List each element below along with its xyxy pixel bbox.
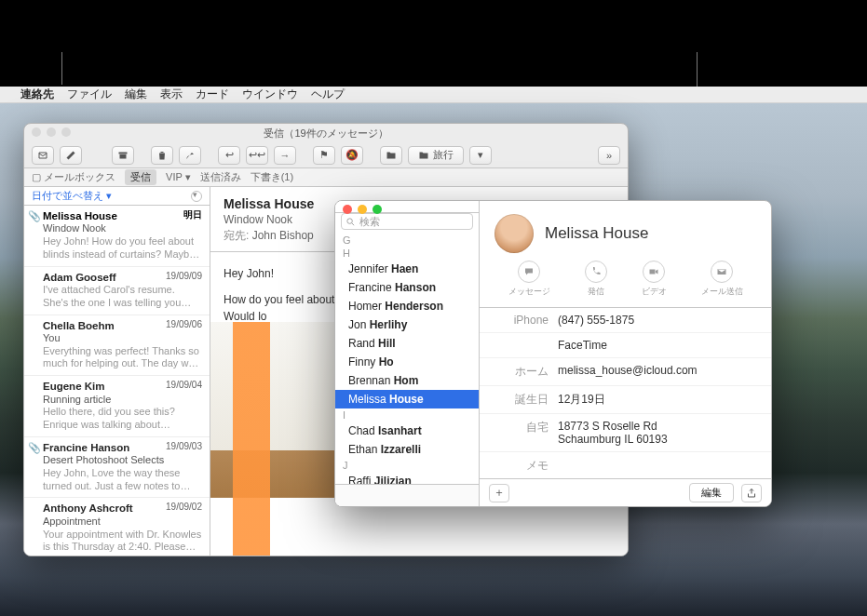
contact-field-row: 誕生日12月19日	[480, 386, 771, 414]
mail-zoom[interactable]	[61, 127, 71, 137]
menu-edit[interactable]: 編集	[125, 87, 147, 102]
message-item[interactable]: 📎Francine Hanson19/09/03Desert Photoshoo…	[24, 437, 210, 499]
call-action[interactable]: 発信	[585, 261, 607, 298]
get-mail-button[interactable]	[32, 146, 54, 165]
mail-traffic-lights[interactable]	[32, 127, 71, 137]
contact-list-item[interactable]: Rand Hill	[335, 334, 479, 353]
svg-point-0	[347, 218, 353, 223]
junk-button[interactable]	[179, 146, 201, 165]
contact-list-item[interactable]: Melissa House	[335, 390, 479, 408]
menu-card[interactable]: カード	[196, 87, 229, 102]
video-action[interactable]: ビデオ	[642, 261, 667, 298]
mail-action[interactable]: メール送信	[701, 261, 743, 298]
contact-list-item[interactable]: Ethan Izzarelli	[335, 440, 479, 459]
edit-button[interactable]: 編集	[689, 483, 734, 502]
contact-field-value[interactable]: (847) 555-1875	[558, 314, 758, 327]
contact-card-footer: ＋ 編集	[480, 478, 771, 506]
mail-close[interactable]	[32, 127, 41, 137]
contacts-close[interactable]	[343, 205, 352, 214]
vip-favorite[interactable]: VIP ▾	[166, 171, 191, 183]
message-item[interactable]: Anthony Ashcroft19/09/02AppointmentYour …	[24, 498, 210, 556]
message-item[interactable]: Adam Gooseff19/09/09I've attached Carol'…	[24, 267, 210, 315]
archive-button[interactable]	[112, 146, 134, 165]
contact-field-value[interactable]: 18773 S Roselle Rd Schaumburg IL 60193	[558, 420, 758, 446]
menu-view[interactable]: 表示	[160, 87, 183, 102]
mute-button[interactable]: 🔕	[341, 146, 363, 165]
contacts-traffic-lights[interactable]	[343, 205, 382, 214]
sort-label: 日付で並べ替え	[32, 190, 103, 201]
contact-field-label: 誕生日	[493, 392, 549, 408]
forward-button[interactable]: →	[274, 146, 296, 165]
message-action[interactable]: メッセージ	[508, 261, 550, 298]
move-to-travel-button[interactable]: 旅行	[408, 146, 464, 165]
contacts-search[interactable]: 検索	[341, 213, 473, 230]
move-button[interactable]	[380, 146, 402, 165]
inbox-favorite[interactable]: 受信	[125, 169, 156, 185]
contact-list-item[interactable]: Raffi Jilizian	[335, 472, 479, 484]
contact-list-item[interactable]: Francine Hanson	[335, 278, 479, 297]
filter-icon[interactable]	[191, 191, 202, 202]
reply-all-button[interactable]: ↩↩	[246, 146, 268, 165]
contact-field-row: メモ	[480, 452, 771, 478]
add-field-button[interactable]: ＋	[489, 484, 509, 502]
message-icon	[523, 266, 535, 277]
contact-list-item[interactable]: Jennifer Haen	[335, 260, 479, 278]
contacts-zoom[interactable]	[373, 205, 382, 214]
mail-minimize[interactable]	[47, 127, 56, 137]
contact-field-value[interactable]: FaceTime	[558, 339, 758, 352]
contacts-section-header: G	[335, 234, 479, 247]
mail-toolbar: ↩ ↩↩ → ⚑ 🔕 旅行 ▾ »	[24, 142, 628, 168]
contact-name: Melissa House	[545, 224, 649, 243]
contact-list-item[interactable]: Finny Ho	[335, 353, 479, 371]
contacts-minimize[interactable]	[358, 205, 367, 214]
message-date: 19/09/09	[166, 271, 202, 283]
message-subject: You	[43, 332, 202, 345]
message-date: 明日	[183, 209, 202, 221]
message-preview: I've attached Carol's resume. She's the …	[43, 284, 202, 310]
message-item[interactable]: Eugene Kim19/09/04Running articleHello t…	[24, 376, 210, 437]
message-preview: Hello there, did you see this? Enrique w…	[43, 406, 202, 432]
contacts-list-pane: 検索 GHJennifer HaenFrancine HansonHomer H…	[335, 201, 480, 506]
app-menu[interactable]: 連絡先	[20, 87, 54, 102]
search-icon	[345, 217, 356, 227]
message-item[interactable]: 📎Melissa House明日Window NookHey John! How…	[24, 206, 210, 267]
mailboxes-toggle[interactable]: ▢ メールボックス	[32, 170, 115, 184]
message-item[interactable]: Chella Boehm19/09/06YouEverything was pe…	[24, 315, 210, 377]
move-dropdown[interactable]: ▾	[469, 146, 492, 165]
compose-button[interactable]	[60, 146, 82, 165]
contact-field-label: iPhone	[493, 314, 549, 327]
menu-window[interactable]: ウインドウ	[242, 87, 298, 102]
contact-list-item[interactable]: Chad Isanhart	[335, 422, 479, 440]
message-subject: Desert Photoshoot Selects	[43, 454, 202, 467]
contact-list-item[interactable]: Jon Herlihy	[335, 315, 479, 334]
contact-field-label: ホーム	[493, 364, 549, 380]
message-date: 19/09/02	[166, 502, 202, 514]
message-preview: Everything was perfect! Thanks so much f…	[43, 345, 202, 371]
contact-list-item[interactable]: Homer Henderson	[335, 297, 479, 315]
attachment-icon: 📎	[28, 210, 41, 223]
sort-control[interactable]: 日付で並べ替え ▾	[24, 187, 210, 206]
menu-file[interactable]: ファイル	[67, 87, 112, 102]
contact-field-row: ホームmelissa_house@icloud.com	[480, 358, 771, 386]
share-button[interactable]	[741, 484, 762, 502]
menu-help[interactable]: ヘルプ	[311, 87, 345, 102]
mail-titlebar[interactable]: 受信（19件のメッセージ）	[24, 124, 628, 142]
message-list: 日付で並べ替え ▾ 📎Melissa House明日Window NookHey…	[24, 187, 210, 556]
contact-list-item[interactable]: Brennan Hom	[335, 371, 479, 390]
video-icon	[648, 266, 659, 277]
delete-button[interactable]	[151, 146, 173, 165]
message-date: 19/09/03	[166, 441, 202, 453]
contact-field-row: iPhone(847) 555-1875	[480, 308, 771, 333]
contact-avatar[interactable]	[494, 214, 534, 253]
drafts-favorite[interactable]: 下書き(1)	[251, 170, 293, 184]
flag-button[interactable]: ⚑	[313, 146, 335, 165]
reply-button[interactable]: ↩	[218, 146, 240, 165]
sent-favorite[interactable]: 送信済み	[200, 170, 241, 184]
message-action-label: メッセージ	[508, 286, 550, 298]
contact-field-value[interactable]: melissa_house@icloud.com	[558, 364, 758, 377]
video-action-label: ビデオ	[642, 286, 667, 298]
toolbar-overflow[interactable]: »	[598, 146, 620, 165]
contact-field-value[interactable]: 12月19日	[558, 392, 758, 408]
message-date: 19/09/06	[166, 319, 202, 331]
reader-to-label: 宛先:	[224, 229, 249, 242]
